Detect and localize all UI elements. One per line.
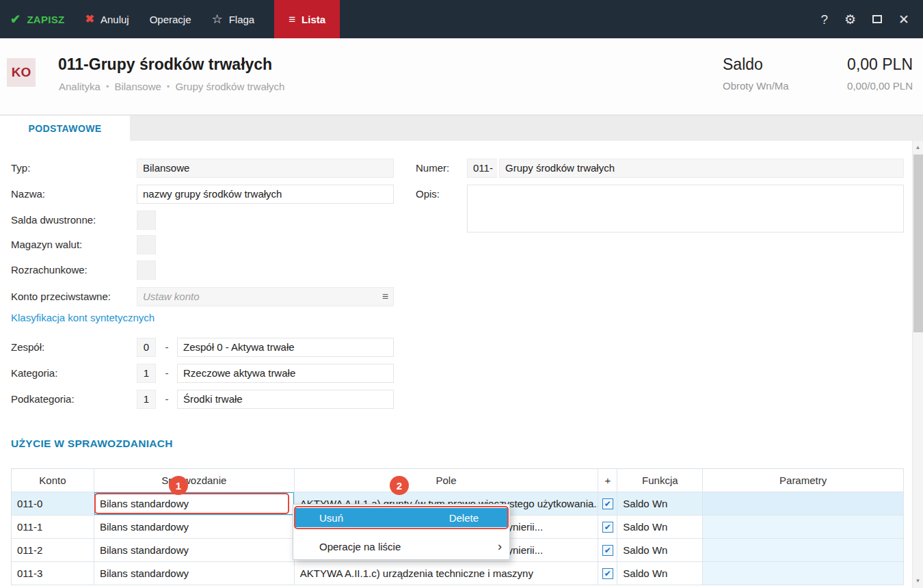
menu-item-operations[interactable]: Operacje na liście ›	[295, 537, 507, 556]
cancel-button-label: Anuluj	[101, 14, 129, 25]
list-button-label: Lista	[302, 14, 325, 25]
cell-checkbox[interactable]: ✔	[598, 562, 617, 585]
module-badge: KO	[7, 58, 36, 87]
cell-parametry[interactable]	[703, 539, 904, 561]
numer-name-field[interactable]: Grupy środków trwałych	[499, 159, 904, 178]
cell-konto[interactable]: 011-2	[12, 539, 94, 561]
cell-parametry[interactable]	[703, 492, 904, 515]
saldo-label: Saldo	[723, 55, 763, 74]
scrollbar-thumb[interactable]	[913, 155, 923, 332]
scroll-down-icon[interactable]: ▼	[913, 576, 923, 587]
col-header-pole[interactable]: Pole	[295, 469, 599, 492]
tab-podstawowe[interactable]: PODSTAWOWE	[0, 116, 130, 142]
obroty-value: 0,00/0,00 PLN	[847, 80, 913, 92]
col-header-sprawozdanie[interactable]: Sprawozdanie	[94, 469, 295, 492]
record-header: KO 011-Grupy środków trwałych Analityka …	[0, 38, 923, 115]
cell-funkcja[interactable]: Saldo Wn	[617, 562, 703, 585]
star-icon: ☆	[212, 13, 223, 25]
rozrachunkowe-checkbox[interactable]	[137, 260, 156, 280]
saldo-value: 0,00 PLN	[847, 55, 913, 74]
col-header-plus[interactable]: +	[598, 469, 617, 492]
breadcrumb-item: Analityka	[59, 81, 101, 92]
checkbox-checked-icon[interactable]: ✔	[602, 522, 613, 533]
magazyn-walut-checkbox[interactable]	[137, 235, 156, 254]
col-header-konto[interactable]: Konto	[12, 469, 94, 492]
cell-funkcja[interactable]: Saldo Wn	[617, 516, 703, 538]
dash-separator: -	[163, 364, 171, 383]
nazwa-field[interactable]: nazwy grupy środków trwałych	[137, 185, 394, 204]
save-button[interactable]: ✔ ZAPISZ	[0, 0, 75, 38]
cancel-button[interactable]: ✖ Anuluj	[75, 0, 139, 38]
close-icon[interactable]: ✕	[898, 13, 909, 26]
kategoria-name-field[interactable]: Rzeczowe aktywa trwałe	[177, 364, 394, 383]
cell-sprawozdanie[interactable]: Bilans standardowy	[94, 562, 295, 585]
numer-prefix-field[interactable]: 011-	[467, 159, 497, 178]
dash-separator: -	[163, 338, 171, 357]
cell-konto[interactable]: 011-1	[12, 516, 94, 538]
numer-label: Numer:	[416, 159, 449, 178]
salda-dwustronne-label: Salda dwustronne:	[11, 211, 96, 230]
menu-item-delete[interactable]: Usuń Delete	[295, 508, 507, 527]
cell-sprawozdanie[interactable]: Bilans standardowy	[94, 539, 295, 561]
cell-checkbox[interactable]: ✔	[598, 516, 617, 538]
cell-parametry[interactable]	[703, 562, 904, 585]
operations-button[interactable]: Operacje	[139, 0, 202, 38]
scroll-up-icon[interactable]: ▲	[913, 142, 923, 153]
cell-sprawozdanie[interactable]: Bilans standardowy	[94, 516, 295, 538]
col-header-parametry[interactable]: Parametry	[703, 469, 904, 492]
dash-separator: -	[163, 390, 171, 409]
cell-sprawozdanie[interactable]: Bilans standardowy	[94, 492, 295, 515]
cell-parametry[interactable]	[703, 516, 904, 538]
nazwa-label: Nazwa:	[11, 185, 45, 204]
podkategoria-label: Podkategoria:	[11, 390, 75, 409]
vertical-scrollbar[interactable]: ▲ ▼	[912, 141, 923, 588]
konto-przeciwstawne-field[interactable]: Ustaw konto ≡	[137, 287, 394, 306]
tab-strip: PODSTAWOWE	[0, 115, 923, 141]
check-icon: ✔	[10, 13, 21, 25]
magazyn-walut-label: Magazyn walut:	[11, 235, 82, 254]
salda-dwustronne-checkbox[interactable]	[137, 211, 156, 230]
typ-field[interactable]: Bilansowe	[137, 159, 394, 178]
klasyfikacja-link[interactable]: Klasyfikacja kont syntetycznych	[11, 312, 155, 323]
breadcrumb-separator: •	[106, 81, 109, 92]
podkategoria-code-field[interactable]: 1	[137, 390, 156, 409]
breadcrumb-item: Bilansowe	[114, 81, 161, 92]
operations-button-label: Operacje	[150, 14, 191, 25]
balance-summary: Saldo 0,00 PLN Obroty Wn/Ma 0,00/0,00 PL…	[723, 55, 913, 92]
zespol-code-field[interactable]: 0	[137, 338, 156, 357]
context-menu: Usuń Delete Operacje na liście ›	[293, 504, 510, 560]
kategoria-code-field[interactable]: 1	[137, 364, 156, 383]
menu-item-delete-label: Usuń	[319, 512, 343, 524]
cell-konto[interactable]: 011-3	[12, 562, 94, 585]
col-header-funkcja[interactable]: Funkcja	[617, 469, 703, 492]
maximize-icon[interactable]	[872, 15, 882, 23]
cell-funkcja[interactable]: Saldo Wn	[617, 492, 703, 515]
cell-funkcja[interactable]: Saldo Wn	[617, 539, 703, 561]
list-button[interactable]: ≡ Lista	[274, 0, 340, 38]
opis-field[interactable]	[467, 185, 904, 232]
cell-checkbox[interactable]: ✔	[598, 492, 617, 515]
annotation-step-2: 2	[390, 476, 409, 495]
cell-pole[interactable]: AKTYWA A.II.1.c) urządzenia techniczne i…	[295, 562, 599, 585]
menu-item-operations-label: Operacje na liście	[319, 541, 401, 552]
account-picker-icon[interactable]: ≡	[382, 288, 388, 306]
typ-label: Typ:	[11, 159, 30, 178]
cell-konto[interactable]: 011-0	[12, 492, 94, 515]
submenu-arrow-icon: ›	[498, 539, 507, 554]
flag-button-label: Flaga	[229, 14, 255, 25]
zespol-name-field[interactable]: Zespół 0 - Aktywa trwałe	[177, 338, 394, 357]
podkategoria-name-field[interactable]: Środki trwałe	[177, 390, 394, 409]
cross-icon: ✖	[85, 14, 94, 25]
breadcrumb: Analityka • Bilansowe • Grupy środków tr…	[59, 81, 284, 92]
table-header-row: Konto Sprawozdanie Pole + Funkcja Parame…	[12, 469, 904, 492]
gear-icon[interactable]: ⚙	[844, 13, 856, 26]
checkbox-checked-icon[interactable]: ✔	[602, 498, 613, 509]
breadcrumb-separator: •	[167, 81, 170, 92]
obroty-label: Obroty Wn/Ma	[723, 80, 789, 92]
checkbox-checked-icon[interactable]: ✔	[602, 545, 613, 556]
checkbox-checked-icon[interactable]: ✔	[602, 568, 613, 579]
flag-button[interactable]: ☆ Flaga	[202, 0, 265, 38]
help-button[interactable]: ?	[820, 13, 828, 26]
table-row[interactable]: 011-3 Bilans standardowy AKTYWA A.II.1.c…	[12, 562, 904, 585]
cell-checkbox[interactable]: ✔	[598, 539, 617, 561]
